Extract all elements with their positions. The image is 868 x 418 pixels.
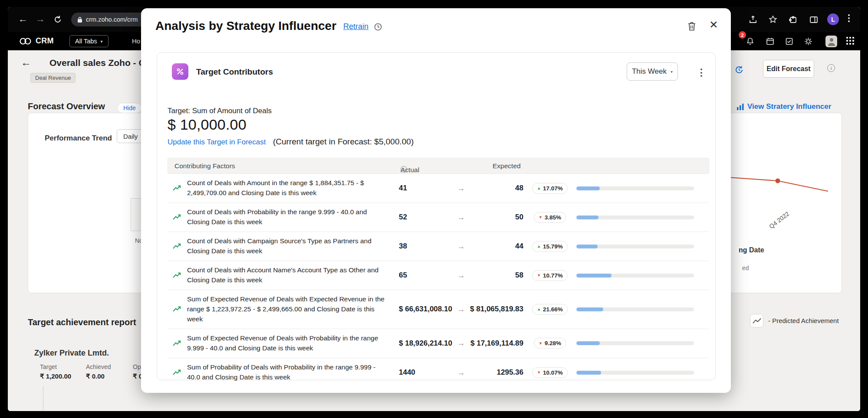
browser-menu-icon[interactable] xyxy=(848,14,850,22)
table-row[interactable]: Count of Deals with Amount in the range … xyxy=(168,174,709,203)
progress-bar xyxy=(576,371,694,375)
person-silhouette-icon xyxy=(827,37,836,46)
tasks-icon[interactable] xyxy=(785,37,794,46)
progress-fill xyxy=(576,341,600,345)
stat-value: ₹ 0.00 xyxy=(86,372,111,380)
arrow-right-icon: → xyxy=(454,271,467,280)
arrow-right-icon: → xyxy=(454,339,467,348)
closing-date-axis-partial: ng Date xyxy=(739,246,764,254)
gear-icon[interactable] xyxy=(804,37,813,46)
performance-trend-title: Performance Trend xyxy=(45,134,112,143)
hide-button[interactable]: Hide xyxy=(117,103,142,113)
arrow-right-icon: → xyxy=(454,305,467,314)
avatar-initial: L xyxy=(831,16,835,23)
trend-up-icon xyxy=(173,243,187,250)
trend-up-icon xyxy=(173,369,187,376)
trend-up-icon xyxy=(173,306,187,313)
all-tabs-label: All Tabs xyxy=(75,38,97,45)
update-target-link[interactable]: Update this Target in Forecast xyxy=(168,138,266,147)
view-strategy-influencer-link[interactable]: View Stratery Influencer xyxy=(747,102,831,111)
data-point-dot[interactable] xyxy=(776,179,780,183)
expected-value: 44 xyxy=(467,242,523,251)
stat-value: ₹ 1,200.00 xyxy=(40,372,71,380)
arrow-right-icon: → xyxy=(454,213,467,222)
progress-fill xyxy=(576,186,600,190)
change-direction-icon: ▲ xyxy=(537,307,541,311)
stat-achieved: Achieved ₹ 0.00 xyxy=(86,363,111,380)
info-icon[interactable]: i xyxy=(827,64,835,72)
change-badge: ▲ 21.66% xyxy=(532,304,568,315)
chart-bar-fragment xyxy=(131,198,142,231)
stat-target: Target ₹ 1,200.00 xyxy=(40,363,71,380)
calendar-icon[interactable] xyxy=(766,37,775,46)
crm-nav-icons: 2 xyxy=(745,32,858,50)
actual-info-icon[interactable]: i xyxy=(401,166,407,173)
factor-text: Sum of Expected Revenue of Deals with Ex… xyxy=(187,290,399,329)
change-badge: ▼ 9.28% xyxy=(534,338,566,349)
table-row[interactable]: Count of Deals with Campaign Source's Ty… xyxy=(168,232,709,261)
actual-value: $ 18,926,214.10 xyxy=(399,339,454,348)
change-percent: 21.66% xyxy=(543,306,563,313)
progress-fill xyxy=(576,371,601,375)
refresh-icon[interactable] xyxy=(53,15,62,24)
expected-value: 48 xyxy=(467,184,523,193)
target-value: $ 10,000.00 xyxy=(168,116,247,133)
change-badge: ▲ 15.79% xyxy=(532,241,568,252)
dashed-guide-line xyxy=(43,387,43,410)
progress-bar xyxy=(576,341,694,345)
nav-item-home[interactable]: Ho xyxy=(132,37,140,45)
zigzag-icon xyxy=(752,317,762,325)
col-contributing-factors: Contributing Factors xyxy=(174,162,235,170)
influencer-chart-icon xyxy=(736,103,745,111)
forward-icon[interactable]: → xyxy=(36,13,45,25)
table-row[interactable]: Sum of Probability of Deals with Probabi… xyxy=(168,358,709,387)
change-badge: ▲ 17.07% xyxy=(532,183,568,194)
factor-text: Count of Deals with Amount in the range … xyxy=(187,174,399,202)
actual-value: 52 xyxy=(399,213,454,222)
crm-logo-icon[interactable] xyxy=(19,37,32,45)
user-avatar[interactable] xyxy=(825,36,837,47)
target-label: Target: Sum of Amount of Deals xyxy=(168,107,272,115)
period-selector[interactable]: This Week ▾ xyxy=(627,62,678,81)
extensions-icon[interactable] xyxy=(789,15,798,24)
predicted-achievement-label: - Predicted Achievement xyxy=(768,317,839,324)
share-icon[interactable] xyxy=(748,15,758,24)
screenshot-frame: ← → crm.zoho.com/crm L CRM All Tabs ▾ Ho xyxy=(0,0,868,418)
table-row[interactable]: Count of Deals with Account Name's Accou… xyxy=(168,261,709,290)
edit-forecast-button[interactable]: Edit Forecast xyxy=(763,60,814,78)
chevron-down-icon: ▾ xyxy=(671,69,673,74)
edit-forecast-label: Edit Forecast xyxy=(766,65,810,73)
factor-text: Count of Deals with Campaign Source's Ty… xyxy=(187,232,399,261)
page-back-icon[interactable]: ← xyxy=(21,56,31,69)
change-percent: 10.07% xyxy=(543,369,563,376)
app-grid-icon[interactable] xyxy=(846,37,854,45)
star-icon[interactable] xyxy=(768,15,778,24)
actual-value: 65 xyxy=(399,271,454,280)
arrow-right-icon: → xyxy=(454,242,467,251)
table-row[interactable]: Sum of Expected Revenue of Deals with Ex… xyxy=(168,290,709,329)
all-tabs-dropdown[interactable]: All Tabs ▾ xyxy=(69,35,108,47)
table-row[interactable]: Sum of Expected Revenue of Deals with Pr… xyxy=(168,329,709,358)
factor-text: Sum of Probability of Deals with Probabi… xyxy=(187,358,399,387)
brand-text[interactable]: CRM xyxy=(36,36,54,46)
target-report-title: Target achievement report xyxy=(28,317,136,327)
panel-icon[interactable] xyxy=(809,15,819,24)
browser-profile-avatar[interactable]: L xyxy=(827,13,839,25)
bell-icon[interactable] xyxy=(746,37,755,46)
card-menu-icon[interactable] xyxy=(699,67,704,78)
delete-icon[interactable] xyxy=(687,21,697,32)
back-icon[interactable]: ← xyxy=(18,13,28,25)
progress-fill xyxy=(576,216,598,219)
change-direction-icon: ▲ xyxy=(537,186,541,190)
progress-bar xyxy=(576,216,694,219)
daily-dropdown[interactable]: Daily xyxy=(117,129,144,143)
close-icon[interactable]: × xyxy=(710,17,718,31)
retrain-link[interactable]: Retrain xyxy=(343,22,368,31)
trend-up-icon xyxy=(173,214,187,221)
change-direction-icon: ▼ xyxy=(539,341,542,346)
stat-label: Target xyxy=(40,363,71,370)
change-percent: 3.85% xyxy=(545,214,561,221)
achieved-legend-partial: ed xyxy=(742,265,749,271)
table-row[interactable]: Count of Deals with Probability in the r… xyxy=(168,203,709,232)
refresh-history-icon[interactable] xyxy=(734,65,744,75)
